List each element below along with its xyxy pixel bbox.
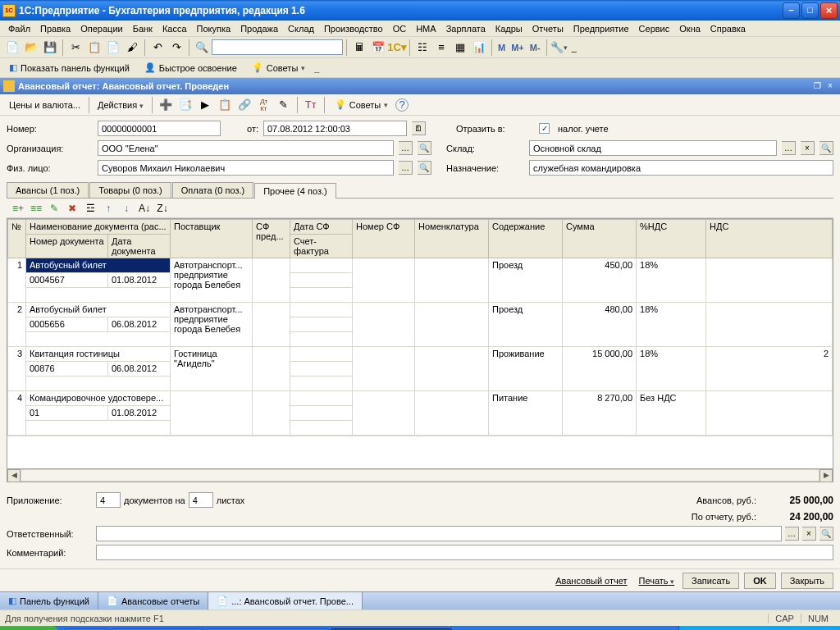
grid-sort-za-icon[interactable]: Z↓ (154, 200, 171, 217)
panel-tab-current[interactable]: 📄...: Авансовый отчет. Прове... (208, 592, 363, 609)
col-num[interactable]: № (8, 220, 26, 258)
warehouse-field[interactable]: Основной склад (529, 140, 777, 156)
menu-file[interactable]: Файл (3, 22, 35, 35)
grid-sort-az-icon[interactable]: A↓ (136, 200, 153, 217)
date-field[interactable]: 07.08.2012 12:00:03 (263, 121, 407, 136)
warehouse-search-icon[interactable]: 🔍 (819, 141, 833, 155)
person-field[interactable]: Суворов Михаил Николаевич (98, 160, 394, 176)
menu-warehouse[interactable]: Склад (283, 22, 319, 35)
menu-sale[interactable]: Продажа (235, 22, 283, 35)
paste-icon[interactable]: 📄 (104, 39, 122, 57)
col-sfdate[interactable]: Дата СФ (290, 220, 353, 235)
doc-structure-icon[interactable]: Тт (302, 96, 320, 114)
menu-help[interactable]: Справка (705, 22, 751, 35)
doc-tips-button[interactable]: 💡 Советы (329, 97, 394, 112)
undo-icon[interactable]: ↶ (148, 39, 167, 57)
menu-cash[interactable]: Касса (158, 22, 192, 35)
menu-production[interactable]: Производство (319, 22, 388, 35)
menu-reports[interactable]: Отчеты (527, 22, 568, 35)
redo-icon[interactable]: ↷ (167, 39, 185, 57)
chart-icon[interactable]: ▦ (451, 39, 469, 57)
doc-close-button[interactable]: × (824, 80, 837, 92)
menu-enterprise[interactable]: Предприятие (568, 22, 634, 35)
grid-scrollbar[interactable]: ◀ ▶ (7, 468, 833, 482)
table-row[interactable]: 1 Автобусный билет Автотранспорт... пред… (8, 258, 833, 273)
doc-add-icon[interactable]: ➕ (157, 96, 175, 114)
col-nomen[interactable]: Номенклатура (415, 220, 489, 258)
doc-link-icon[interactable]: 🔗 (235, 96, 253, 114)
table-row[interactable]: 4 Командировочное удостовере... Питание … (8, 391, 833, 406)
grid-movedown-icon[interactable]: ↓ (118, 200, 135, 217)
grid-edit-icon[interactable]: ✎ (46, 200, 62, 217)
doc-list-icon[interactable]: 📑 (176, 96, 194, 114)
grid-delete-icon[interactable]: ✖ (64, 200, 80, 217)
tax-checkbox[interactable]: ✓ (539, 123, 550, 134)
brush-icon[interactable]: 🖌 (123, 39, 141, 57)
org-field[interactable]: ООО "Елена" (98, 140, 394, 156)
save-button[interactable]: Записать (682, 573, 739, 589)
grid-copy-icon[interactable]: ≡≡ (28, 200, 44, 217)
doc-save-icon[interactable]: 📋 (216, 96, 234, 114)
save-icon[interactable]: 💾 (41, 39, 59, 57)
table-row[interactable]: 2 Автобусный билет Автотранспорт... пред… (8, 303, 833, 317)
col-sum[interactable]: Сумма (563, 220, 637, 258)
search-input[interactable] (212, 39, 343, 55)
panel-tab-functions[interactable]: ◧Панель функций (0, 592, 98, 609)
table-icon[interactable]: ☷ (413, 39, 431, 57)
menu-service[interactable]: Сервис (634, 22, 675, 35)
1c-icon[interactable]: 1C▾ (388, 39, 406, 57)
report-icon[interactable]: 📊 (470, 39, 488, 57)
col-content[interactable]: Содержание (489, 220, 563, 258)
close-button[interactable]: Закрыть (781, 573, 833, 589)
doc-restore-button[interactable]: ❐ (810, 80, 824, 92)
doc-next-icon[interactable]: ▶ (196, 96, 214, 114)
memory-m-button[interactable]: M (495, 43, 508, 52)
panel-tab-reports[interactable]: 📄Авансовые отчеты (98, 592, 208, 609)
maximize-button[interactable]: □ (801, 2, 819, 19)
new-doc-icon[interactable]: 📄 (3, 39, 21, 57)
actions-dropdown[interactable]: Действия (94, 98, 148, 112)
print-dropdown[interactable]: Печать (636, 574, 678, 587)
start-button[interactable]: пуск (0, 626, 58, 630)
calendar-addon-icon[interactable]: 🗓 (412, 121, 426, 135)
sheets-count-field[interactable]: 4 (189, 492, 213, 508)
scroll-right-icon[interactable]: ▶ (819, 469, 833, 482)
number-field[interactable]: 00000000001 (98, 121, 221, 136)
col-supplier[interactable]: Поставщик (171, 220, 253, 258)
scroll-left-icon[interactable]: ◀ (7, 469, 21, 482)
advance-report-link[interactable]: Авансовый отчет (552, 574, 630, 587)
prices-currency-button[interactable]: Цены и валюта... (5, 98, 84, 112)
quick-learn-button[interactable]: 👤 Быстрое освоение (139, 60, 243, 75)
tab-goods[interactable]: Товары (0 поз.) (89, 182, 171, 198)
doc-help-icon[interactable]: ? (395, 98, 409, 112)
tab-other[interactable]: Прочее (4 поз.) (254, 183, 336, 199)
grid-moveup-icon[interactable]: ↑ (100, 200, 116, 217)
minimize-button[interactable]: – (783, 2, 800, 19)
responsible-search-icon[interactable]: 🔍 (819, 527, 833, 541)
scroll-track[interactable] (21, 469, 819, 482)
tips-button[interactable]: 💡 Советы (246, 60, 311, 75)
attach-count-field[interactable]: 4 (96, 492, 121, 508)
memory-mminus-button[interactable]: M- (527, 43, 543, 52)
list-icon[interactable]: ≡ (432, 39, 450, 57)
col-sf[interactable]: СФ пред... (253, 220, 290, 258)
col-invoice[interactable]: Счет-фактура (290, 235, 353, 258)
find-icon[interactable]: 🔍 (193, 39, 211, 57)
menu-bank[interactable]: Банк (128, 22, 158, 35)
col-docdate[interactable]: Дата документа (108, 235, 171, 258)
tab-payment[interactable]: Оплата (0 поз.) (172, 182, 253, 198)
menu-windows[interactable]: Окна (674, 22, 705, 35)
dt-kt-icon[interactable]: ДтКт (255, 96, 273, 114)
grid-add-icon[interactable]: ≡+ (10, 200, 26, 217)
person-ellipsis-icon[interactable]: … (399, 161, 413, 175)
org-search-icon[interactable]: 🔍 (418, 141, 431, 155)
responsible-clear-icon[interactable]: × (802, 527, 816, 541)
menu-salary[interactable]: Зарплата (441, 22, 491, 35)
col-vatrate[interactable]: %НДС (637, 220, 706, 258)
tab-advances[interactable]: Авансы (1 поз.) (7, 182, 89, 198)
col-vat[interactable]: НДС (706, 220, 833, 258)
warehouse-clear-icon[interactable]: × (801, 141, 815, 155)
menu-operations[interactable]: Операции (75, 22, 127, 35)
col-docname[interactable]: Наименование документа (рас... (26, 220, 171, 235)
org-ellipsis-icon[interactable]: … (399, 141, 413, 155)
